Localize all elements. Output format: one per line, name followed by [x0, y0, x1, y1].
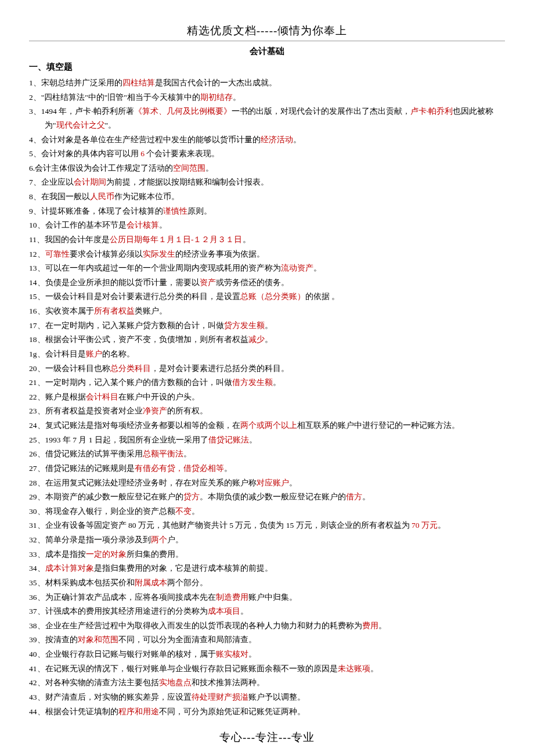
- item-number: 8、: [29, 192, 41, 201]
- question-item: 2、"四柱结算法"中的"旧管"相当于今天核算中的期初结存。: [29, 91, 505, 105]
- item-number: 12、: [29, 250, 45, 258]
- question-text: 类账户。: [135, 307, 167, 315]
- question-text: 账户中归集。: [248, 593, 297, 602]
- answer-text: 会计科目: [86, 393, 118, 401]
- answer-text: 程序和用途: [118, 707, 159, 716]
- question-text: 和技术推算法两种。: [192, 678, 265, 687]
- question-item: 42、对各种实物的清查方法主要包括实地盘点和技术推算法两种。: [29, 676, 505, 690]
- answer-text: 人民币: [90, 192, 114, 201]
- question-text: 的经济业务事项为依据。: [175, 250, 265, 258]
- question-text: 原则。: [187, 207, 212, 215]
- answer-text: 一定的对象: [86, 550, 127, 559]
- answer-text: 账户: [86, 350, 102, 358]
- question-text: 1993 年 7 月 1 日起，我国所有企业统一采用了: [45, 435, 208, 444]
- item-number: 34、: [29, 564, 45, 573]
- question-text: 财产清查后，对实物的账实差异，应设置: [45, 693, 192, 701]
- question-text: 一书的出版，对现代会计的发展作出了杰出贡献，: [232, 107, 410, 116]
- question-text: 。: [438, 521, 446, 530]
- question-item: 29、本期资产的减少数一般应登记在账户的贷方。本期负债的减少数一般应登记在账户的…: [29, 490, 505, 504]
- answer-text: 两个或两个以上: [240, 421, 297, 430]
- page-header-top: 精选优质文档-----倾情为你奉上: [29, 23, 505, 38]
- item-number: 23、: [29, 406, 45, 415]
- question-text: 我国的会计年度是: [45, 235, 110, 244]
- question-item: 43、财产清查后，对实物的账实差异，应设置待处理财产损溢账户予以调整。: [29, 690, 505, 704]
- answer-text: 《算术、几何及比例概要》: [134, 107, 232, 116]
- question-item: 11、我国的会计年度是公历日期每年１月１日-１２月３１日。: [29, 233, 505, 247]
- question-text: "四柱结算法"中的"旧管"相当于今天核算中的: [41, 93, 200, 102]
- question-text: 所归集的费用。: [127, 550, 183, 559]
- answer-text: 6: [140, 149, 145, 158]
- item-number: 17、: [29, 321, 45, 330]
- question-text: 。: [378, 621, 387, 630]
- answer-text: 成本项目: [208, 607, 240, 615]
- question-text: 相互联系的账户中进行登记的一种记账方法。: [297, 421, 460, 430]
- answer-text: 有借必有贷，借贷必相等: [135, 464, 224, 473]
- answer-text: 空间范围: [173, 164, 205, 172]
- question-text: 。: [248, 650, 257, 658]
- item-number: 38、: [29, 621, 45, 630]
- question-text: 计提坏账准备，体现了会计核算的: [41, 207, 163, 215]
- question-item: 20、一级会计科目也称总分类科目，是对会计要素进行总括分类的科目。: [29, 362, 505, 376]
- item-number: 40、: [29, 650, 45, 658]
- question-text: 。: [273, 378, 281, 387]
- item-number: 7、: [29, 178, 41, 186]
- question-text: 。: [249, 435, 257, 444]
- item-number: 6.: [29, 164, 35, 172]
- question-item: 21、一定时期内，记入某个账户的借方数额的合计，叫做借方发生额。: [29, 376, 505, 390]
- question-text: 借贷记账法的试算平衡采用: [45, 449, 143, 458]
- question-text: 。: [224, 464, 232, 473]
- question-text: 会计科目是: [45, 350, 86, 358]
- answer-text: 贷方: [183, 492, 200, 501]
- item-number: 13、: [29, 264, 45, 272]
- question-text: 的所有权。: [167, 406, 208, 415]
- question-text: 账户是根据: [45, 393, 86, 401]
- question-text: 。: [240, 607, 248, 615]
- question-text: 为正确计算农产品成本，应将各项间接成本先在: [45, 593, 216, 602]
- answer-text: 借方发生额: [232, 378, 273, 387]
- question-text: 。: [243, 235, 251, 244]
- question-text: 宋朝总结并广泛采用的: [41, 78, 122, 87]
- answer-text: 期初结存: [200, 93, 233, 102]
- item-number: 35、: [29, 578, 45, 587]
- answer-text: 70 万元: [412, 521, 438, 530]
- question-text: 实收资本属于: [45, 307, 94, 315]
- answer-text: 会计核算: [127, 221, 159, 229]
- question-item: 44、根据会计凭证填制的程序和用途不同，可分为原始凭证和记账凭证两种。: [29, 705, 505, 719]
- question-text: 复式记账法是指对每项经济业务都要以相等的金额，在: [45, 421, 240, 430]
- question-text: 企业银行存款日记账与银行对账单的核对，属于: [45, 650, 216, 658]
- question-text: 企业应以: [41, 178, 74, 186]
- answer-text: 减少: [248, 335, 265, 344]
- question-text: 不同，可以分为全面清查和局部清查。: [118, 635, 257, 644]
- question-item: 24、复式记账法是指对每项经济业务都要以相等的金额，在两个或两个以上相互联系的账…: [29, 419, 505, 433]
- answer-text: 谨慎性: [163, 207, 187, 215]
- question-item: 14、负债是企业所承担的能以货币计量，需要以资产或劳务偿还的债务。: [29, 276, 505, 290]
- question-text: 。: [192, 507, 200, 516]
- question-item: 17、在一定时期内，记入某账户贷方数额的合计，叫做贷方发生额。: [29, 319, 505, 333]
- question-item: 6.会计主体假设为会计工作规定了活动的空间范围。: [29, 161, 505, 175]
- question-text: 本期资产的减少数一般应登记在账户的: [45, 492, 183, 501]
- question-item: 10、会计工作的基本环节是会计核算。: [29, 218, 505, 232]
- answer-text: 不变: [175, 507, 192, 516]
- question-text: 企业在生产经营过程中为取得收入而发生的以货币表现的各种人力物力和财力的耗费称为: [45, 621, 362, 630]
- question-text: 会计工作的基本环节是: [45, 221, 127, 229]
- answer-text: 所有者权益: [94, 307, 135, 315]
- answer-text: 制造费用: [216, 593, 248, 602]
- item-number: 39、: [29, 635, 45, 644]
- question-item: 40、企业银行存款日记账与银行对账单的核对，属于账实核对。: [29, 647, 505, 661]
- question-item: 36、为正确计算农产品成本，应将各项间接成本先在制造费用账户中归集。: [29, 591, 505, 604]
- question-text: 材料采购成本包括买价和: [45, 578, 135, 587]
- answer-text: 附属成本: [135, 578, 167, 587]
- question-text: 是我国古代会计的一大杰出成就。: [155, 78, 277, 87]
- question-text: 简单分录是指一项分录涉及到: [45, 535, 151, 544]
- question-text: 在一定时期内，记入某账户贷方数额的合计，叫做: [45, 321, 224, 330]
- question-list: 1、宋朝总结并广泛采用的四柱结算是我国古代会计的一大杰出成就。2、"四柱结算法"…: [29, 76, 505, 718]
- item-number: 2、: [29, 93, 41, 102]
- answer-text: 总分类科目: [110, 364, 151, 373]
- question-item: 39、按清查的对象和范围不同，可以分为全面清查和局部清查。: [29, 633, 505, 647]
- question-text: 。: [159, 221, 167, 229]
- item-number: 29、: [29, 492, 45, 501]
- item-number: 26、: [29, 449, 45, 458]
- question-text: 一级会计科目也称: [45, 364, 110, 373]
- question-text: 负债是企业所承担的能以货币计量，需要以: [45, 278, 200, 287]
- document-page: 精选优质文档-----倾情为你奉上 会计基础 一、填空题 1、宋朝总结并广泛采用…: [0, 0, 534, 756]
